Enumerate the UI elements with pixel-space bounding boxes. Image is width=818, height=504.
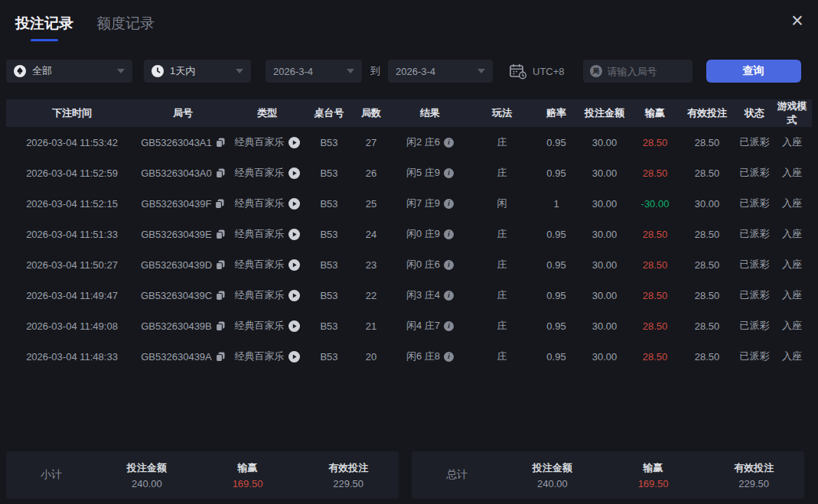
play-icon[interactable] bbox=[288, 198, 300, 210]
win-loss-cell: 28.50 bbox=[631, 167, 679, 179]
table-no-cell: B53 bbox=[306, 290, 352, 301]
play-icon[interactable] bbox=[288, 351, 300, 363]
round-id-cell: GB53263043A0 bbox=[138, 167, 228, 179]
date-from-dropdown[interactable]: 2026-3-4 bbox=[266, 60, 362, 83]
bet-time-cell: 2026-03-04 11:51:33 bbox=[6, 229, 138, 240]
round-search-field: 局 bbox=[583, 60, 693, 83]
col-header-round: 局数 bbox=[352, 106, 390, 120]
game-mode-cell: 入座 bbox=[774, 197, 810, 210]
clock-icon bbox=[152, 65, 164, 77]
table-row: 2026-03-04 11:48:33 GB532630439A 经典百家乐 B… bbox=[6, 341, 812, 372]
table-no-cell: B53 bbox=[306, 198, 352, 210]
date-from-value: 2026-3-4 bbox=[273, 66, 347, 77]
copy-icon[interactable] bbox=[216, 168, 225, 178]
play-icon[interactable] bbox=[288, 167, 300, 179]
table-no-cell: B53 bbox=[306, 259, 352, 271]
info-icon[interactable]: i bbox=[444, 352, 454, 362]
bet-amount-cell: 30.00 bbox=[578, 229, 631, 240]
subtotal-bet-title: 投注金额 bbox=[96, 461, 197, 475]
copy-icon[interactable] bbox=[215, 199, 224, 209]
play-icon[interactable] bbox=[288, 290, 300, 301]
game-mode-cell: 入座 bbox=[774, 319, 810, 333]
game-type-cell: 经典百家乐 bbox=[228, 197, 306, 210]
info-icon[interactable]: i bbox=[444, 199, 454, 209]
tab-bet-records-label: 投注记录 bbox=[15, 15, 73, 31]
table-header: 下注时间 局号 类型 桌台号 局数 结果 玩法 赔率 投注金额 输赢 有效投注 … bbox=[6, 99, 812, 127]
bet-time-cell: 2026-03-04 11:52:15 bbox=[6, 198, 138, 210]
tab-bar: 投注记录 额度记录 bbox=[15, 14, 155, 41]
play-icon[interactable] bbox=[288, 229, 300, 240]
subtotal-label: 小计 bbox=[6, 468, 96, 482]
col-header-bet-time: 下注时间 bbox=[6, 106, 138, 120]
game-type-value: 经典百家乐 bbox=[235, 135, 285, 149]
calendar-clock-icon bbox=[510, 63, 526, 80]
col-header-table-no: 桌台号 bbox=[306, 106, 352, 120]
info-icon[interactable]: i bbox=[444, 138, 454, 148]
round-id-value: GB532630439C bbox=[141, 290, 212, 301]
odds-cell: 0.95 bbox=[534, 229, 578, 240]
date-to-dropdown[interactable]: 2026-3-4 bbox=[388, 60, 493, 83]
win-loss-cell: 28.50 bbox=[631, 259, 679, 271]
subtotal-win-group: 输赢 169.50 bbox=[197, 461, 298, 489]
round-no-cell: 27 bbox=[352, 137, 390, 148]
win-loss-cell: -30.00 bbox=[631, 198, 679, 210]
total-win-title: 输赢 bbox=[603, 461, 704, 475]
copy-icon[interactable] bbox=[216, 352, 225, 362]
round-no-cell: 22 bbox=[352, 290, 390, 301]
result-value: 闲6 庄8 bbox=[406, 350, 440, 363]
round-search-input[interactable] bbox=[608, 66, 686, 77]
col-header-valid-bet: 有效投注 bbox=[679, 106, 735, 120]
spade-icon bbox=[14, 65, 26, 77]
timezone-indicator[interactable]: UTC+8 bbox=[510, 63, 565, 80]
copy-icon[interactable] bbox=[216, 260, 225, 270]
copy-icon[interactable] bbox=[216, 291, 225, 301]
play-icon[interactable] bbox=[288, 259, 300, 271]
total-bet-title: 投注金额 bbox=[502, 461, 603, 475]
result-cell: 闲7 庄9 i bbox=[390, 197, 470, 210]
tab-bet-records[interactable]: 投注记录 bbox=[15, 14, 73, 41]
game-type-dropdown[interactable]: 全部 bbox=[6, 60, 132, 83]
bet-amount-cell: 30.00 bbox=[578, 198, 631, 210]
time-range-dropdown[interactable]: 1天内 bbox=[144, 60, 251, 83]
copy-icon[interactable] bbox=[216, 229, 225, 239]
copy-icon[interactable] bbox=[216, 138, 225, 148]
info-icon[interactable]: i bbox=[444, 291, 454, 301]
game-type-cell: 经典百家乐 bbox=[228, 166, 306, 180]
filter-bar: 全部 1天内 2026-3-4 到 2026-3-4 bbox=[6, 60, 801, 83]
total-label: 总计 bbox=[412, 468, 502, 482]
game-mode-cell: 入座 bbox=[774, 166, 810, 180]
valid-bet-cell: 28.50 bbox=[679, 167, 735, 179]
query-button[interactable]: 查询 bbox=[706, 60, 801, 83]
round-number-badge-icon: 局 bbox=[590, 65, 602, 77]
round-no-cell: 23 bbox=[352, 259, 390, 271]
copy-icon[interactable] bbox=[216, 321, 225, 331]
play-icon[interactable] bbox=[288, 137, 300, 148]
info-icon[interactable]: i bbox=[444, 321, 454, 331]
status-cell: 已派彩 bbox=[735, 319, 774, 333]
result-cell: 闲5 庄9 i bbox=[390, 166, 470, 180]
table-row: 2026-03-04 11:52:59 GB53263043A0 经典百家乐 B… bbox=[6, 158, 812, 188]
round-id-value: GB53263043A1 bbox=[141, 137, 212, 148]
table-row: 2026-03-04 11:49:47 GB532630439C 经典百家乐 B… bbox=[6, 280, 812, 311]
result-cell: 闲4 庄7 i bbox=[390, 319, 470, 333]
bet-amount-cell: 30.00 bbox=[578, 351, 631, 363]
status-cell: 已派彩 bbox=[735, 258, 774, 272]
col-header-odds: 赔率 bbox=[534, 106, 578, 120]
game-type-cell: 经典百家乐 bbox=[228, 258, 306, 272]
result-value: 闲0 庄9 bbox=[406, 227, 440, 241]
valid-bet-cell: 28.50 bbox=[679, 320, 735, 332]
round-no-cell: 24 bbox=[352, 229, 390, 240]
close-icon[interactable]: × bbox=[786, 9, 809, 32]
info-icon[interactable]: i bbox=[444, 260, 454, 270]
info-icon[interactable]: i bbox=[444, 168, 454, 178]
result-value: 闲7 庄9 bbox=[406, 197, 440, 210]
info-icon[interactable]: i bbox=[444, 229, 454, 239]
win-loss-cell: 28.50 bbox=[631, 351, 679, 363]
tab-quota-records[interactable]: 额度记录 bbox=[96, 14, 155, 41]
win-loss-cell: 28.50 bbox=[631, 137, 679, 148]
total-panel: 总计 投注金额 240.00 输赢 169.50 有效投注 229.50 bbox=[412, 451, 804, 499]
play-icon[interactable] bbox=[288, 320, 300, 332]
bet-amount-cell: 30.00 bbox=[578, 137, 631, 148]
total-bet-value: 240.00 bbox=[502, 478, 603, 489]
time-range-value: 1天内 bbox=[170, 64, 236, 78]
